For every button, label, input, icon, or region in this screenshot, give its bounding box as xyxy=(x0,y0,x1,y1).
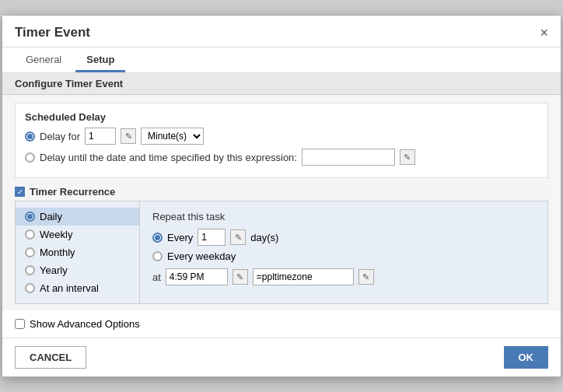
recurrence-detail: Repeat this task Every ✎ day(s) Every we… xyxy=(140,201,547,303)
tab-general[interactable]: General xyxy=(15,47,72,72)
interval-radio xyxy=(25,283,35,293)
recurrence-item-yearly[interactable]: Yearly xyxy=(16,261,139,279)
close-button[interactable]: × xyxy=(540,26,548,40)
recurrence-checkbox[interactable]: ✓ xyxy=(15,187,25,197)
configure-section-title: Configure Timer Event xyxy=(2,73,561,95)
delay-for-label: Delay for xyxy=(40,131,80,142)
dialog-footer: CANCEL OK xyxy=(2,338,561,376)
dialog-header: Timer Event × xyxy=(2,16,561,47)
every-weekday-label: Every weekday xyxy=(167,250,236,262)
yearly-radio xyxy=(25,265,35,275)
recurrence-body: Daily Weekly Monthly Yearly xyxy=(15,201,548,304)
every-days-input[interactable] xyxy=(198,229,226,246)
scheduled-delay-group: Scheduled Delay Delay for ✎ Minute(s) Ho… xyxy=(15,103,548,178)
every-weekday-row: Every weekday xyxy=(152,250,535,262)
at-label: at xyxy=(152,271,161,283)
daily-radio xyxy=(25,212,35,222)
delay-for-input[interactable] xyxy=(85,128,116,145)
tab-setup[interactable]: Setup xyxy=(75,47,125,72)
every-label: Every xyxy=(167,232,193,243)
dialog-body: Configure Timer Event Scheduled Delay De… xyxy=(2,73,561,338)
timezone-input[interactable] xyxy=(253,268,354,285)
time-edit-icon[interactable]: ✎ xyxy=(233,269,248,285)
delay-until-edit-icon[interactable]: ✎ xyxy=(400,149,415,165)
cancel-button[interactable]: CANCEL xyxy=(15,346,86,369)
delay-unit-select[interactable]: Minute(s) Hour(s) Day(s) xyxy=(141,128,204,145)
every-days-row: Every ✎ day(s) xyxy=(152,229,535,246)
recurrence-item-daily[interactable]: Daily xyxy=(16,208,139,226)
timezone-edit-icon[interactable]: ✎ xyxy=(358,269,374,285)
delay-for-radio[interactable] xyxy=(25,131,35,142)
repeat-title: Repeat this task xyxy=(152,211,535,222)
every-days-edit-icon[interactable]: ✎ xyxy=(230,229,246,245)
recurrence-item-weekly[interactable]: Weekly xyxy=(16,226,139,243)
weekly-radio xyxy=(25,229,35,240)
delay-until-radio[interactable] xyxy=(25,152,35,163)
at-time-row: at ✎ ✎ xyxy=(152,268,535,285)
delay-until-label: Delay until the date and time specified … xyxy=(40,152,297,163)
timer-event-dialog: Timer Event × General Setup Configure Ti… xyxy=(2,15,561,377)
recurrence-label: Timer Recurrence xyxy=(30,186,115,198)
recurrence-item-monthly[interactable]: Monthly xyxy=(16,243,139,261)
advanced-options-row: Show Advanced Options xyxy=(2,310,561,338)
days-label: day(s) xyxy=(250,232,278,243)
delay-until-input[interactable] xyxy=(302,149,395,166)
recurrence-header: ✓ Timer Recurrence xyxy=(15,186,548,198)
scheduled-delay-label: Scheduled Delay xyxy=(25,111,538,123)
time-input[interactable] xyxy=(166,268,228,285)
every-weekday-radio[interactable] xyxy=(152,251,163,261)
delay-for-row: Delay for ✎ Minute(s) Hour(s) Day(s) xyxy=(25,128,538,145)
tabs-bar: General Setup xyxy=(2,47,561,73)
ok-button[interactable]: OK xyxy=(504,346,549,369)
monthly-radio xyxy=(25,247,35,257)
advanced-checkbox[interactable] xyxy=(15,319,25,329)
dialog-title: Timer Event xyxy=(15,25,90,40)
delay-for-edit-icon[interactable]: ✎ xyxy=(121,128,136,144)
every-days-radio[interactable] xyxy=(152,233,163,243)
recurrence-item-interval[interactable]: At an interval xyxy=(16,279,139,297)
recurrence-list: Daily Weekly Monthly Yearly xyxy=(16,201,140,303)
advanced-label: Show Advanced Options xyxy=(30,318,140,330)
recurrence-section: ✓ Timer Recurrence Daily Weekly xyxy=(15,186,548,304)
delay-until-row: Delay until the date and time specified … xyxy=(25,149,538,166)
